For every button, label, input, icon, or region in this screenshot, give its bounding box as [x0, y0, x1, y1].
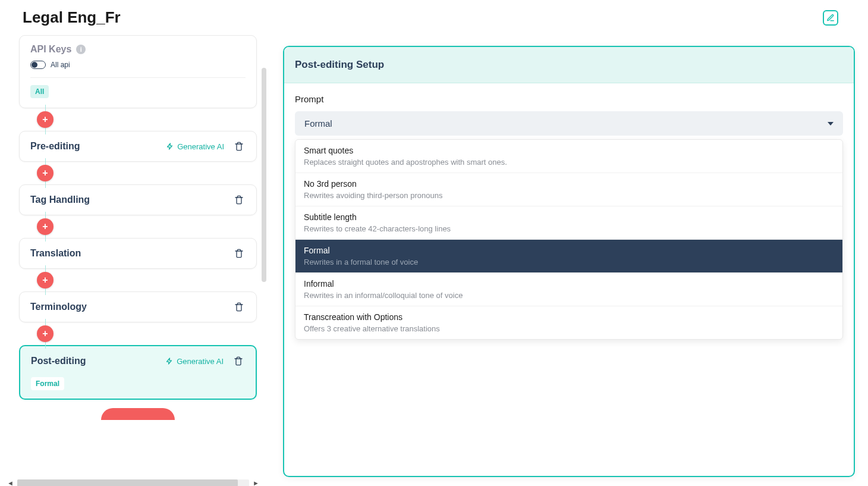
generative-ai-badge: Generative AI	[166, 357, 224, 366]
generative-ai-badge: Generative AI	[166, 142, 224, 151]
api-chip-all[interactable]: All	[30, 85, 49, 98]
prompt-option-title: Subtitle length	[304, 212, 834, 222]
bolt-icon	[166, 357, 173, 365]
pencil-icon	[826, 14, 835, 22]
page-title: Legal Eng_Fr	[23, 8, 816, 27]
pipeline-step-title: Post-editing	[31, 356, 166, 366]
prompt-option-title: Informal	[304, 279, 834, 289]
delete-step-button[interactable]	[232, 247, 246, 260]
generative-ai-label: Generative AI	[177, 142, 224, 151]
pipeline-column[interactable]: API Keys i All api All +Pre-editingGener…	[0, 35, 266, 486]
chevron-down-icon	[828, 122, 834, 126]
prompt-option-desc: Rewrites avoiding third-person pronouns	[304, 191, 834, 200]
api-keys-title: API Keys	[30, 44, 71, 55]
trash-icon	[234, 195, 244, 205]
scroll-track[interactable]	[17, 479, 249, 486]
scroll-thumb[interactable]	[17, 479, 238, 486]
pipeline-step-title: Pre-editing	[30, 141, 166, 152]
prompt-dropdown: Smart quotesReplaces straight quotes and…	[295, 139, 843, 340]
delete-step-button[interactable]	[232, 355, 245, 368]
trash-icon	[234, 356, 243, 366]
all-api-toggle-label: All api	[51, 61, 70, 69]
edit-title-button[interactable]	[823, 10, 838, 26]
add-step-button[interactable]: +	[37, 218, 54, 235]
generative-ai-label: Generative AI	[177, 357, 224, 366]
prompt-option[interactable]: Subtitle lengthRewrites to create 42-cha…	[295, 206, 842, 240]
prompt-select[interactable]	[295, 111, 843, 136]
delete-step-button[interactable]	[232, 193, 246, 206]
pipeline-step-card[interactable]: Tag Handling	[19, 184, 257, 215]
add-step-button[interactable]: +	[37, 165, 54, 181]
prompt-option-title: Formal	[304, 246, 834, 255]
all-api-toggle[interactable]	[30, 61, 46, 69]
prompt-option-title: Transcreation with Options	[304, 312, 834, 322]
add-step-button[interactable]: +	[37, 111, 54, 128]
pipeline-step-title: Terminology	[30, 302, 224, 312]
primary-action-partial[interactable]	[101, 408, 175, 420]
pipeline-step-card[interactable]: Terminology	[19, 291, 257, 322]
pipeline-step-title: Tag Handling	[30, 195, 224, 205]
api-keys-card[interactable]: API Keys i All api All	[19, 35, 257, 108]
prompt-option-desc: Rewrites in an informal/colloquial tone …	[304, 291, 834, 300]
scroll-right-arrow[interactable]: ►	[251, 479, 260, 486]
prompt-option[interactable]: Transcreation with OptionsOffers 3 creat…	[295, 306, 842, 339]
vertical-scroll-indicator[interactable]	[262, 68, 266, 282]
prompt-option[interactable]: InformalRewrites in an informal/colloqui…	[295, 273, 842, 306]
trash-icon	[234, 302, 244, 312]
pipeline-step-title: Translation	[30, 248, 224, 259]
horizontal-scrollbar[interactable]: ◄ ►	[6, 479, 260, 486]
prompt-option[interactable]: No 3rd personRewrites avoiding third-per…	[295, 173, 842, 206]
trash-icon	[234, 249, 244, 258]
prompt-option-desc: Rewrites in a formal tone of voice	[304, 258, 834, 266]
panel-header: Post-editing Setup	[284, 47, 854, 83]
info-icon[interactable]: i	[76, 45, 86, 54]
scroll-left-arrow[interactable]: ◄	[6, 479, 15, 486]
pipeline-step-card[interactable]: Post-editingGenerative AIFormal	[19, 345, 257, 400]
page-header: Legal Eng_Fr	[0, 0, 868, 35]
prompt-option[interactable]: FormalRewrites in a formal tone of voice	[295, 240, 842, 273]
setup-panel: Post-editing Setup Prompt Smart quotesRe…	[283, 46, 855, 477]
pipeline-step-card[interactable]: Pre-editingGenerative AI	[19, 131, 257, 162]
pipeline-step-card[interactable]: Translation	[19, 238, 257, 269]
prompt-option-title: No 3rd person	[304, 179, 834, 189]
step-chip[interactable]: Formal	[31, 377, 64, 390]
prompt-option-desc: Rewrites to create 42-characters-long li…	[304, 224, 834, 233]
add-step-button[interactable]: +	[37, 325, 54, 342]
prompt-option-desc: Offers 3 creative alternative translatio…	[304, 324, 834, 333]
prompt-option-title: Smart quotes	[304, 146, 834, 155]
trash-icon	[234, 142, 244, 151]
add-step-button[interactable]: +	[37, 272, 54, 289]
prompt-dropdown-list[interactable]: Smart quotesReplaces straight quotes and…	[295, 140, 842, 339]
prompt-select-input[interactable]	[304, 118, 828, 128]
delete-step-button[interactable]	[232, 140, 246, 153]
bolt-icon	[166, 142, 174, 150]
prompt-option-desc: Replaces straight quotes and apostrophes…	[304, 158, 834, 167]
prompt-label: Prompt	[295, 94, 843, 104]
prompt-option[interactable]: Smart quotesReplaces straight quotes and…	[295, 140, 842, 173]
delete-step-button[interactable]	[232, 300, 246, 313]
